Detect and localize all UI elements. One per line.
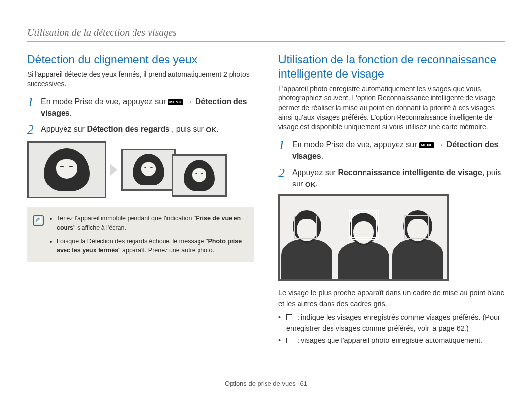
breadcrumb: Utilisation de la détection des visages [27, 27, 505, 41]
bullet-item: • : indique les visages enregistrés comm… [278, 312, 505, 334]
header-rule [27, 41, 505, 42]
text: : visages que l'appareil photo enregistr… [295, 337, 482, 344]
right-step-1: 1 En mode Prise de vue, appuyez sur MENU… [278, 139, 505, 161]
ok-icon: OK [206, 125, 216, 135]
menu-icon: MENU [419, 142, 434, 148]
focus-box-white [349, 210, 379, 240]
text: " apparaît. Prenez une autre photo. [118, 247, 214, 254]
text: Appuyez sur [41, 125, 87, 133]
ok-icon: OK [305, 180, 316, 189]
footer-label: Options de prise de vues [225, 380, 296, 387]
text: . [70, 109, 72, 117]
square-icon [286, 314, 292, 320]
text: Lorsque la Détection des regards échoue,… [57, 238, 208, 245]
arrow-right-icon [110, 164, 117, 176]
right-intro: L'appareil photo enregistre automatiquem… [278, 84, 505, 132]
right-column: Utilisation de la fonction de reconnaiss… [278, 53, 505, 348]
left-intro: Si l'appareil détecte des yeux fermés, i… [27, 70, 254, 89]
step-number: 1 [278, 139, 287, 161]
text: : indique les visages enregistrés comme … [286, 313, 500, 332]
photo-before [27, 141, 106, 198]
text: " s'affiche à l'écran. [73, 224, 126, 231]
left-step-1: 1 En mode Prise de vue, appuyez sur MENU… [27, 96, 254, 119]
left-title: Détection du clignement des yeux [27, 53, 254, 67]
bullet-item: • : visages que l'appareil photo enregis… [278, 336, 505, 346]
footer: Options de prise de vues 61 [0, 380, 532, 387]
text: En mode Prise de vue, appuyez sur [292, 140, 419, 149]
group-photo [278, 194, 449, 281]
text-bold: Reconnaissance intelligente de visage [338, 168, 482, 177]
focus-box-gray [404, 215, 429, 239]
text-bold: Détection des regards [87, 125, 169, 133]
text: . [321, 152, 323, 160]
step-number: 2 [27, 123, 36, 136]
text: Le visage le plus proche apparaît dans u… [278, 288, 505, 309]
left-step-2: 2 Appuyez sur Détection des regards , pu… [27, 123, 254, 136]
blink-photos [27, 141, 254, 198]
left-column: Détection du clignement des yeux Si l'ap… [27, 53, 254, 348]
text: , puis sur [172, 125, 206, 133]
text: . [216, 125, 218, 133]
text: → [436, 140, 446, 149]
right-bullets: Le visage le plus proche apparaît dans u… [278, 288, 505, 346]
note-item: Lorsque la Détection des regards échoue,… [57, 237, 246, 255]
page-number: 61 [300, 380, 307, 387]
focus-box-gray [294, 216, 317, 239]
text: . [316, 180, 318, 188]
text: Appuyez sur [292, 168, 338, 177]
text: Tenez l'appareil immobile pendant que l'… [57, 215, 196, 222]
photo-after-2 [172, 154, 227, 197]
step-number: 1 [27, 96, 36, 119]
text: En mode Prise de vue, appuyez sur [41, 97, 168, 106]
note-icon [33, 215, 44, 226]
note-item: Tenez l'appareil immobile pendant que l'… [57, 214, 246, 233]
right-title: Utilisation de la fonction de reconnaiss… [278, 53, 505, 81]
note-box: Tenez l'appareil immobile pendant que l'… [27, 207, 254, 262]
text: → [185, 97, 195, 106]
square-icon [286, 338, 292, 343]
right-step-2: 2 Appuyez sur Reconnaissance intelligent… [278, 167, 505, 189]
step-number: 2 [278, 167, 287, 189]
photo-after-1 [121, 149, 176, 191]
menu-icon: MENU [168, 99, 183, 105]
